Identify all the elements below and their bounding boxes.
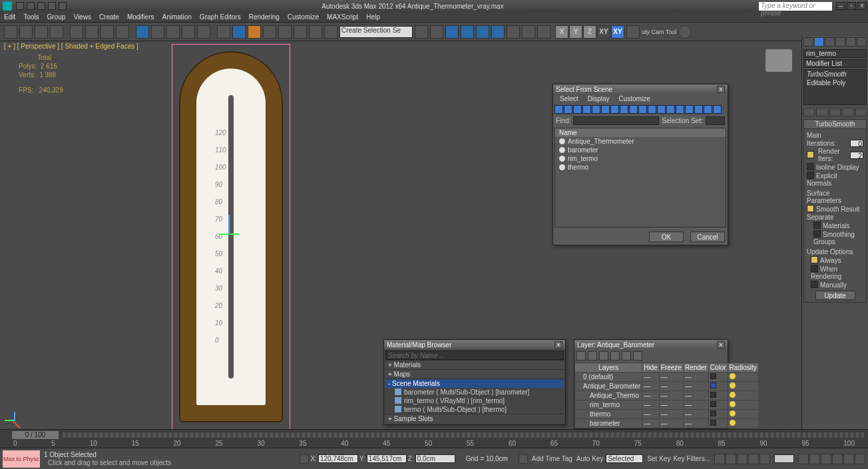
layer-add-icon[interactable] — [599, 351, 608, 361]
layer-row[interactable]: 0 (default)——— — [575, 373, 759, 382]
current-frame-input[interactable]: 0 — [774, 454, 794, 463]
layer-select-icon[interactable] — [610, 351, 620, 361]
add-time-tag[interactable]: Add Time Tag — [532, 455, 572, 462]
nav-fov-icon[interactable] — [832, 454, 843, 464]
qat-undo-icon[interactable] — [48, 2, 56, 10]
modifier-list-dropdown[interactable]: Modifier List — [803, 59, 867, 68]
layer-hdr-radiosity[interactable]: Radiosity — [728, 363, 758, 373]
graphite-icon[interactable] — [537, 25, 550, 39]
menu-group[interactable]: Group — [47, 13, 66, 21]
link-icon[interactable] — [35, 25, 48, 39]
select-name-icon[interactable] — [85, 25, 99, 39]
curve-editor-icon[interactable] — [430, 25, 443, 39]
ts-smoothinggroups-check[interactable]: Smoothing Groups — [807, 230, 863, 245]
stack-show-icon[interactable] — [816, 108, 827, 116]
ts-always-radio[interactable]: Always — [807, 256, 863, 264]
constraint-z[interactable]: Z — [583, 25, 596, 39]
viewport-label[interactable]: [ + ] [ Perspective ] [ Shaded + Edged F… — [4, 43, 138, 50]
coord-z-input[interactable]: 0,0cm — [415, 454, 455, 463]
stack-config-icon[interactable] — [855, 108, 867, 116]
mmb-close-icon[interactable]: × — [554, 341, 562, 349]
lock-icon[interactable] — [300, 454, 309, 464]
ts-whenrendering-radio[interactable]: When Rendering — [807, 265, 863, 280]
ts-explicitnormals-check[interactable]: Explicit Normals — [807, 172, 863, 187]
nav-pan-icon[interactable] — [798, 454, 809, 464]
ts-smoothresult-check[interactable]: Smooth Result — [807, 205, 863, 213]
nav-orbit-icon[interactable] — [843, 454, 854, 464]
autokey-button[interactable]: Auto Key — [576, 455, 604, 462]
sfs-tab-select[interactable]: Select — [560, 95, 578, 102]
sfs-item[interactable]: barometer — [555, 146, 726, 154]
sfs-cancel-button[interactable]: Cancel — [690, 232, 725, 242]
menu-create[interactable]: Create — [99, 13, 119, 21]
schematic-view-icon[interactable] — [445, 25, 459, 39]
constraint-xy[interactable]: XY — [597, 25, 610, 39]
ts-isoline-check[interactable]: Isoline Display — [807, 163, 863, 171]
layer-hideunhide-icon[interactable] — [633, 351, 642, 361]
ts-renderiters-input[interactable]: 2 — [850, 152, 863, 159]
goto-start-icon[interactable] — [714, 454, 725, 464]
layer-hdr-freeze[interactable]: Freeze — [659, 363, 683, 373]
setkey-button[interactable]: Set Key — [647, 455, 670, 462]
teapot-icon[interactable] — [522, 25, 535, 39]
rollout-turbosmooth[interactable]: TurboSmooth — [803, 119, 867, 129]
stack-item[interactable]: TurboSmooth — [804, 70, 866, 78]
menu-modifiers[interactable]: Modifiers — [127, 13, 154, 21]
sfs-selset-dropdown[interactable] — [706, 116, 725, 125]
help-search-input[interactable]: Type a keyword or phrase — [759, 2, 832, 11]
menu-animation[interactable]: Animation — [162, 13, 191, 21]
sfs-find-input[interactable] — [573, 116, 659, 125]
ball-icon[interactable] — [678, 25, 692, 39]
angle-snap-icon[interactable] — [248, 25, 261, 39]
qat-open-icon[interactable] — [27, 2, 35, 10]
select-object-icon[interactable] — [70, 25, 83, 39]
mmb-search-input[interactable] — [385, 351, 564, 360]
menu-grapheditors[interactable]: Graph Editors — [200, 13, 241, 21]
snap-toggle-icon[interactable] — [232, 25, 246, 39]
render-setup-icon[interactable] — [476, 25, 489, 39]
undo-icon[interactable] — [4, 25, 17, 39]
redo-icon[interactable] — [19, 25, 33, 39]
layer-row[interactable]: Antique_Barometer——— — [575, 382, 759, 391]
maximize-button[interactable]: ▫ — [847, 2, 856, 10]
menu-tools[interactable]: Tools — [23, 13, 39, 21]
named-selset-icon[interactable] — [294, 25, 307, 39]
object-name-input[interactable]: rim_termo — [803, 49, 867, 58]
nav-zoomext-icon[interactable] — [821, 454, 831, 464]
ts-update-button[interactable]: Update — [815, 291, 855, 300]
layer-close-icon[interactable]: × — [717, 341, 725, 349]
menu-help[interactable]: Help — [366, 13, 380, 21]
next-frame-icon[interactable] — [748, 454, 759, 464]
keyfilters-button[interactable]: Key Filters... — [673, 455, 710, 462]
pivot-icon[interactable] — [197, 25, 210, 39]
constraint-y[interactable]: Y — [569, 25, 582, 39]
goto-end-icon[interactable] — [760, 454, 770, 464]
constraint-x[interactable]: X — [555, 25, 568, 39]
selection-set-dropdown[interactable]: Create Selection Se — [339, 26, 413, 38]
stack-item[interactable]: Editable Poly — [804, 78, 866, 87]
sfs-item[interactable]: Antique_Thermometer — [555, 137, 726, 146]
sfs-item[interactable]: thermo — [555, 163, 726, 172]
layer-manager-icon[interactable] — [415, 25, 428, 39]
mmb-sec-maps[interactable]: + Maps — [385, 369, 564, 379]
tab-modify-icon[interactable] — [814, 37, 824, 47]
sfs-col-name[interactable]: Name — [555, 128, 726, 137]
tab-create-icon[interactable] — [803, 37, 813, 47]
select-region-icon[interactable] — [101, 25, 114, 39]
tab-motion-icon[interactable] — [835, 37, 845, 47]
nav-zoom-icon[interactable] — [809, 454, 820, 464]
move-icon[interactable] — [136, 25, 149, 39]
modifier-stack[interactable]: TurboSmooth Editable Poly — [803, 69, 867, 105]
viewcube[interactable] — [765, 49, 792, 72]
ts-manually-radio[interactable]: Manually — [807, 281, 863, 289]
close-button[interactable]: × — [857, 2, 867, 10]
qat-new-icon[interactable] — [16, 2, 24, 10]
menu-customize[interactable]: Customize — [288, 13, 319, 21]
mirror-icon[interactable] — [309, 25, 322, 39]
qat-save-icon[interactable] — [37, 2, 45, 10]
mmb-item[interactable]: termo ( Multi/Sub-Object ) [thermo] — [385, 405, 564, 414]
layer-highlight-icon[interactable] — [622, 351, 631, 361]
ts-iterations-input[interactable]: 0 — [850, 140, 863, 147]
layer-row[interactable]: rim_termo——— — [575, 400, 759, 410]
menu-rendering[interactable]: Rendering — [249, 13, 280, 21]
